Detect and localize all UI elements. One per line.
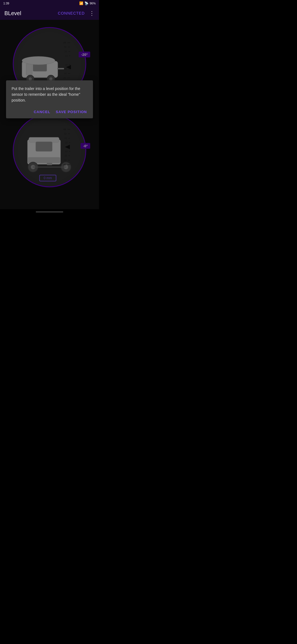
dialog-actions: CANCEL SAVE POSITION — [12, 109, 87, 115]
cancel-button[interactable]: CANCEL — [33, 109, 51, 115]
app-title: BLevel — [4, 10, 21, 17]
menu-icon[interactable]: ⋮ — [89, 10, 95, 17]
connected-status: CONNECTED — [58, 11, 85, 15]
main-content: 40 30 20 10 0 10 20 30 40 — [0, 20, 99, 215]
app-bar-right: CONNECTED ⋮ — [58, 10, 95, 17]
status-left: 1:39 — [3, 2, 9, 5]
save-position-dialog: Put the trailer into a level position fo… — [6, 80, 93, 118]
status-bar: 1:39 📶 📡 96% — [0, 0, 99, 7]
status-right: 📶 📡 96% — [79, 1, 96, 5]
signal-icon: 📡 — [84, 1, 89, 5]
app-bar: BLevel CONNECTED ⋮ — [0, 7, 99, 20]
dialog-message: Put the trailer into a level position fo… — [12, 86, 87, 103]
time-display: 1:39 — [3, 2, 9, 5]
save-position-button[interactable]: SAVE POSITION — [55, 109, 87, 115]
battery-display: 96% — [90, 2, 96, 5]
dialog-overlay: Put the trailer into a level position fo… — [0, 20, 99, 215]
wifi-icon: 📶 — [79, 1, 83, 5]
